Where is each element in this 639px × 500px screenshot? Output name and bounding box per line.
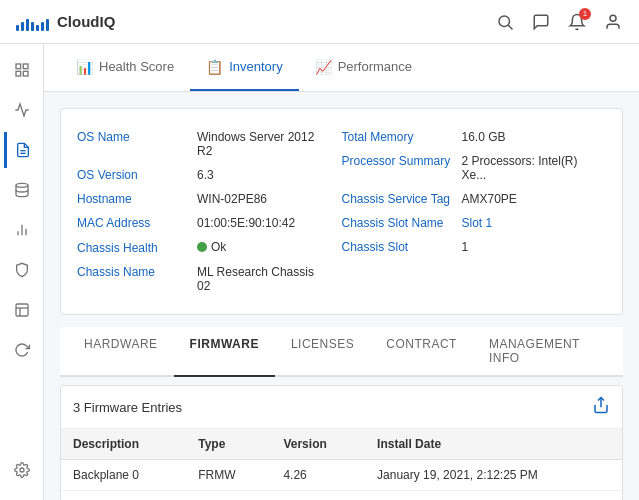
info-row-os-name: OS Name Windows Server 2012 R2 [77, 125, 342, 163]
status-ok-dot [197, 242, 207, 252]
info-row-chassis-health: Chassis Health Ok [77, 235, 342, 260]
sidebar-item-security[interactable] [4, 252, 40, 288]
main-layout: 📊 Health Score 📋 Inventory 📈 Performance [0, 44, 639, 500]
chat-icon[interactable] [531, 12, 551, 32]
cell-description: BIOS [61, 491, 186, 501]
svg-rect-3 [16, 64, 21, 69]
sidebar-item-performance[interactable] [4, 212, 40, 248]
sub-tab-firmware[interactable]: FIRMWARE [174, 327, 275, 377]
col-install-date: Install Date [365, 429, 622, 460]
info-row-chassis-slot-name: Chassis Slot Name Slot 1 [342, 211, 607, 235]
cell-type: BIOS [186, 491, 271, 501]
sidebar-item-storage[interactable] [4, 172, 40, 208]
svg-point-0 [499, 16, 510, 27]
svg-line-1 [508, 25, 512, 29]
sub-tabs-wrapper: HARDWARE FIRMWARE LICENSES CONTRACT MANA [60, 327, 623, 377]
svg-rect-13 [16, 304, 28, 316]
sub-tab-contract[interactable]: CONTRACT [370, 327, 473, 377]
svg-point-9 [16, 183, 28, 187]
info-row-mac-address: MAC Address 01:00:5E:90:10:42 [77, 211, 342, 235]
header-icons: 1 [495, 12, 623, 32]
cell-version: 1.6.11 [271, 491, 365, 501]
info-row-hostname: Hostname WIN-02PE86 [77, 187, 342, 211]
detail-panel: OS Name Windows Server 2012 R2 OS Versio… [44, 92, 639, 500]
info-row-chassis-name: Chassis Name ML Research Chassis 02 [77, 260, 342, 298]
table-row: BIOS BIOS 1.6.11 October 21, 2021, 3:12:… [61, 491, 622, 501]
info-row-chassis-slot: Chassis Slot 1 [342, 235, 607, 259]
col-description: Description [61, 429, 186, 460]
entries-label: 3 Firmware Entries [73, 400, 182, 415]
sub-tabs-bar: HARDWARE FIRMWARE LICENSES CONTRACT MANA [60, 327, 623, 377]
info-col-left: OS Name Windows Server 2012 R2 OS Versio… [77, 125, 342, 298]
firmware-table-section: 3 Firmware Entries Description Type Vers… [60, 385, 623, 500]
sidebar-item-reports[interactable] [4, 292, 40, 328]
svg-rect-4 [23, 64, 28, 69]
cell-install-date: January 19, 2021, 2:12:25 PM [365, 460, 622, 491]
info-row-os-version: OS Version 6.3 [77, 163, 342, 187]
sidebar-item-updates[interactable] [4, 332, 40, 368]
sidebar-item-analytics[interactable] [4, 92, 40, 128]
sub-tab-licenses[interactable]: LICENSES [275, 327, 370, 377]
search-icon[interactable] [495, 12, 515, 32]
inventory-icon: 📋 [206, 59, 223, 75]
export-icon[interactable] [592, 396, 610, 418]
col-type: Type [186, 429, 271, 460]
info-col-right: Total Memory 16.0 GB Processor Summary 2… [342, 125, 607, 298]
svg-rect-6 [23, 71, 28, 76]
tab-performance[interactable]: 📈 Performance [299, 44, 428, 91]
svg-point-2 [610, 15, 616, 21]
sidebar-item-settings[interactable] [4, 452, 40, 488]
cell-version: 4.26 [271, 460, 365, 491]
table-row: Backplane 0 FRMW 4.26 January 19, 2021, … [61, 460, 622, 491]
firmware-table: Description Type Version Install Date Ba… [61, 429, 622, 500]
content-area: 📊 Health Score 📋 Inventory 📈 Performance [44, 44, 639, 500]
cell-description: Backplane 0 [61, 460, 186, 491]
tabs-bar: 📊 Health Score 📋 Inventory 📈 Performance [44, 44, 639, 92]
info-row-chassis-service-tag: Chassis Service Tag AMX70PE [342, 187, 607, 211]
sidebar-item-inventory[interactable] [4, 132, 40, 168]
tab-health-score[interactable]: 📊 Health Score [60, 44, 190, 91]
logo-text: CloudIQ [57, 13, 115, 30]
alert-icon[interactable]: 1 [567, 12, 587, 32]
cell-install-date: October 21, 2021, 3:12:25 PM [365, 491, 622, 501]
col-version: Version [271, 429, 365, 460]
info-grid: OS Name Windows Server 2012 R2 OS Versio… [60, 108, 623, 315]
table-header-row: 3 Firmware Entries [61, 386, 622, 429]
sidebar-item-dashboard[interactable] [4, 52, 40, 88]
table-header: Description Type Version Install Date [61, 429, 622, 460]
sidebar [0, 44, 44, 500]
sidebar-bottom [4, 452, 40, 500]
sub-tab-management-info[interactable]: MANAGEMENT INFO [473, 327, 615, 377]
user-icon[interactable] [603, 12, 623, 32]
svg-point-16 [20, 468, 24, 472]
svg-rect-5 [16, 71, 21, 76]
cell-type: FRMW [186, 460, 271, 491]
alert-badge: 1 [579, 8, 591, 20]
header: CloudIQ 1 [0, 0, 639, 44]
info-row-processor-summary: Processor Summary 2 Processors: Intel(R)… [342, 149, 607, 187]
tab-inventory[interactable]: 📋 Inventory [190, 44, 298, 91]
sub-tab-hardware[interactable]: HARDWARE [68, 327, 174, 377]
performance-icon: 📈 [315, 59, 332, 75]
app-container: CloudIQ 1 [0, 0, 639, 500]
health-score-icon: 📊 [76, 59, 93, 75]
logo: CloudIQ [16, 13, 115, 31]
logo-icon [16, 13, 49, 31]
info-row-total-memory: Total Memory 16.0 GB [342, 125, 607, 149]
